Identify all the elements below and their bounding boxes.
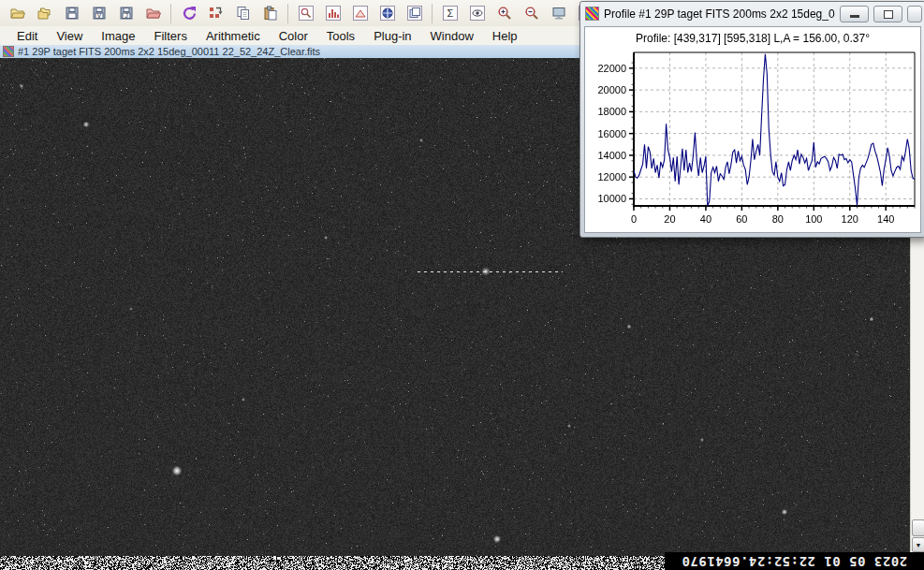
app-window: VJΣ? EditViewImageFiltersArithmeticColor… (0, 0, 924, 570)
batch-process-button[interactable] (202, 1, 229, 26)
svg-text:18000: 18000 (597, 106, 626, 117)
profile-chart: 1000012000140001600018000200002200002040… (586, 49, 919, 230)
swap-buffers-button[interactable] (175, 1, 202, 26)
image-window-icon (3, 46, 14, 57)
scroll-down-icon: ▼ (916, 542, 922, 548)
toolbar-separator (287, 4, 288, 23)
open-file-button[interactable] (4, 1, 31, 26)
svg-text:60: 60 (736, 213, 747, 225)
menu-item-window[interactable]: Window (421, 27, 483, 45)
minimize-button[interactable] (840, 6, 869, 22)
svg-text:120: 120 (842, 213, 858, 225)
menu-item-arithmetic[interactable]: Arithmetic (197, 27, 270, 45)
folders-open-icon (37, 6, 53, 21)
folder-button[interactable] (139, 1, 167, 26)
svg-text:22000: 22000 (597, 63, 626, 74)
color-target-button[interactable] (374, 1, 401, 26)
full-screen-button[interactable] (545, 1, 572, 26)
curve-icon (352, 6, 369, 21)
scrollbar-thumb[interactable] (912, 519, 924, 536)
image-window-title: #1 29P taget FITS 200ms 2x2 15deg_00011 … (18, 46, 320, 57)
monitor-icon (550, 6, 567, 21)
svg-text:J: J (125, 12, 127, 19)
curves-button[interactable] (346, 1, 374, 26)
pages-icon (406, 6, 423, 21)
svg-text:140: 140 (877, 213, 894, 225)
profile-window-title: Profile #1 29P taget FITS 200ms 2x2 15de… (604, 7, 835, 21)
paste-button[interactable] (257, 1, 284, 26)
menu-item-image[interactable]: Image (92, 27, 144, 45)
save-button[interactable] (58, 1, 85, 26)
zoom-in-button[interactable] (491, 1, 518, 26)
target-icon (379, 6, 396, 21)
statistics-button[interactable]: Σ (436, 1, 463, 26)
zoom-out-button[interactable] (518, 1, 545, 26)
svg-text:10000: 10000 (597, 193, 626, 204)
menu-item-filters[interactable]: Filters (145, 27, 197, 45)
svg-text:V: V (96, 12, 101, 19)
paste-icon (262, 6, 279, 21)
svg-text:40: 40 (700, 213, 711, 225)
profile-chart-header: Profile: [439,317] [595,318] L,A = 156.0… (585, 32, 920, 45)
histogram-button[interactable] (319, 1, 346, 26)
refresh-icon (181, 6, 198, 21)
profile-window-buttons (840, 6, 922, 22)
duplicate-window-button[interactable] (401, 1, 428, 26)
svg-text:16000: 16000 (597, 128, 626, 139)
eye-icon (469, 6, 486, 21)
restore-icon (884, 10, 893, 19)
profile-chart-panel: Profile: [439,317] [595,318] L,A = 156.0… (584, 26, 921, 233)
save-icon (64, 6, 81, 21)
svg-text:Σ: Σ (447, 7, 453, 19)
visibility-button[interactable] (463, 1, 491, 26)
timestamp-strip: 2023 05 01 22:52:24.6641970 (665, 552, 924, 570)
restore-button[interactable] (873, 6, 902, 22)
menu-item-tools[interactable]: Tools (317, 27, 364, 45)
svg-text:0: 0 (631, 213, 637, 225)
scroll-down-button[interactable]: ▼ (912, 537, 924, 552)
close-button[interactable] (907, 6, 922, 22)
svg-text:20: 20 (664, 213, 675, 225)
profile-window: Profile #1 29P taget FITS 200ms 2x2 15de… (579, 1, 924, 238)
menu-item-view[interactable]: View (47, 27, 92, 45)
minimize-icon (850, 15, 859, 18)
save-j-icon: J (118, 6, 135, 21)
timestamp-overlay: 2023 05 01 22:52:24.6641970 (682, 554, 907, 569)
zoom-in-icon (496, 6, 513, 21)
open-files-button[interactable] (31, 1, 58, 26)
toolbar-separator (432, 4, 433, 23)
copy-icon (235, 6, 252, 21)
sigma-icon: Σ (442, 6, 459, 21)
svg-text:12000: 12000 (597, 171, 626, 183)
profile-window-icon (585, 7, 599, 21)
preview-icon (298, 6, 315, 21)
menu-item-help[interactable]: Help (483, 27, 527, 45)
toolbar-separator (170, 4, 171, 23)
zoom-out-icon (523, 6, 540, 21)
preview-button[interactable] (292, 1, 319, 26)
save-v-icon: V (91, 6, 108, 21)
save-j-button[interactable]: J (112, 1, 139, 26)
histogram-icon (325, 6, 342, 21)
svg-text:80: 80 (772, 213, 784, 225)
svg-text:100: 100 (805, 213, 822, 225)
folder-open-icon (9, 6, 26, 21)
menu-item-color[interactable]: Color (270, 27, 317, 45)
profile-window-titlebar[interactable]: Profile #1 29P taget FITS 200ms 2x2 15de… (580, 2, 924, 25)
save-v-button[interactable]: V (85, 1, 112, 26)
folder-pink-icon (145, 6, 162, 21)
svg-text:20000: 20000 (597, 84, 626, 95)
copy-button[interactable] (229, 1, 257, 26)
batch-icon (208, 6, 225, 21)
svg-text:14000: 14000 (597, 150, 626, 161)
menu-item-plugin[interactable]: Plug-in (364, 27, 420, 45)
menu-item-edit[interactable]: Edit (7, 27, 47, 45)
